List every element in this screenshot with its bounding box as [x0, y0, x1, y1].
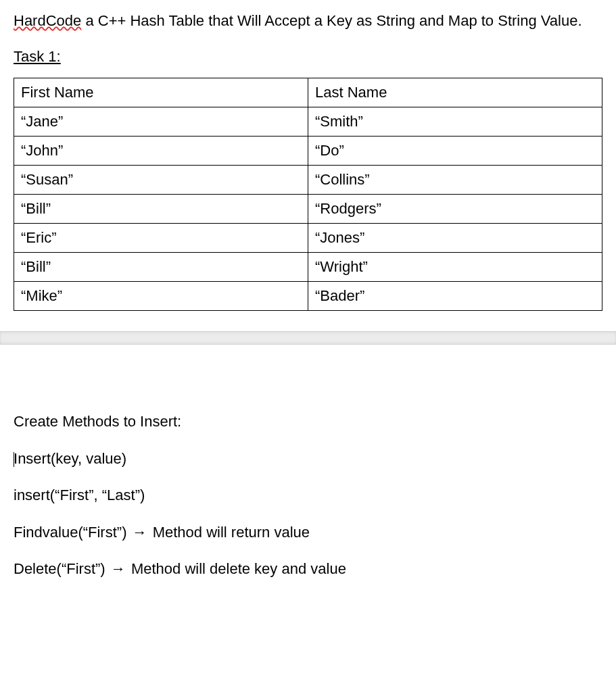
table-row: “Jane” “Smith”: [14, 107, 602, 137]
cell-first: “Bill”: [14, 195, 308, 224]
methods-heading: Create Methods to Insert:: [14, 412, 602, 432]
header-first-name: First Name: [14, 78, 308, 107]
method-delete: Delete(“First”) → Method will delete key…: [14, 560, 602, 579]
table-row: “Eric” “Jones”: [14, 224, 602, 253]
table-row: “Bill” “Wright”: [14, 253, 602, 282]
cell-first: “John”: [14, 137, 308, 166]
page-2: Create Methods to Insert: Insert(key, va…: [0, 345, 616, 610]
header-last-name: Last Name: [308, 78, 602, 107]
method-insert-example: insert(“First”, “Last”): [14, 486, 602, 505]
prompt-text: HardCode a C++ Hash Table that Will Acce…: [14, 9, 602, 32]
cell-last: “Smith”: [308, 107, 602, 137]
method-findvalue: Findvalue(“First”) → Method will return …: [14, 523, 602, 543]
cell-last: “Wright”: [308, 253, 602, 282]
arrow-right-icon: →: [110, 560, 127, 579]
method-insert-signature: Insert(key, value): [14, 449, 602, 469]
table-row: “Susan” “Collins”: [14, 166, 602, 195]
cell-last: “Do”: [308, 137, 602, 166]
insert-signature-rest: nsert(key, value): [18, 450, 126, 467]
cell-first: “Bill”: [14, 253, 308, 282]
findvalue-desc: Method will return value: [149, 524, 310, 541]
cell-last: “Jones”: [308, 224, 602, 253]
table-row: “Bill” “Rodgers”: [14, 195, 602, 224]
cell-first: “Susan”: [14, 166, 308, 195]
task-heading: Task 1:: [14, 48, 61, 66]
page-break: [0, 331, 616, 345]
table-row: “John” “Do”: [14, 137, 602, 166]
arrow-right-icon: →: [131, 523, 149, 543]
delete-desc: Method will delete key and value: [127, 560, 346, 577]
page-1: HardCode a C++ Hash Table that Will Acce…: [0, 0, 616, 331]
cell-last: “Rodgers”: [308, 195, 602, 224]
cell-first: “Mike”: [14, 282, 308, 311]
cell-first: “Eric”: [14, 224, 308, 253]
table-row: “Mike” “Bader”: [14, 282, 602, 311]
prompt-rest: a C++ Hash Table that Will Accept a Key …: [81, 12, 582, 29]
spellcheck-underline: HardCode: [14, 12, 81, 29]
names-table: First Name Last Name “Jane” “Smith” “Joh…: [14, 78, 602, 311]
delete-call: Delete(“First”): [14, 560, 110, 577]
findvalue-call: Findvalue(“First”): [14, 524, 131, 541]
cell-last: “Bader”: [308, 282, 602, 311]
cell-last: “Collins”: [308, 166, 602, 195]
table-header-row: First Name Last Name: [14, 78, 602, 107]
cell-first: “Jane”: [14, 107, 308, 137]
